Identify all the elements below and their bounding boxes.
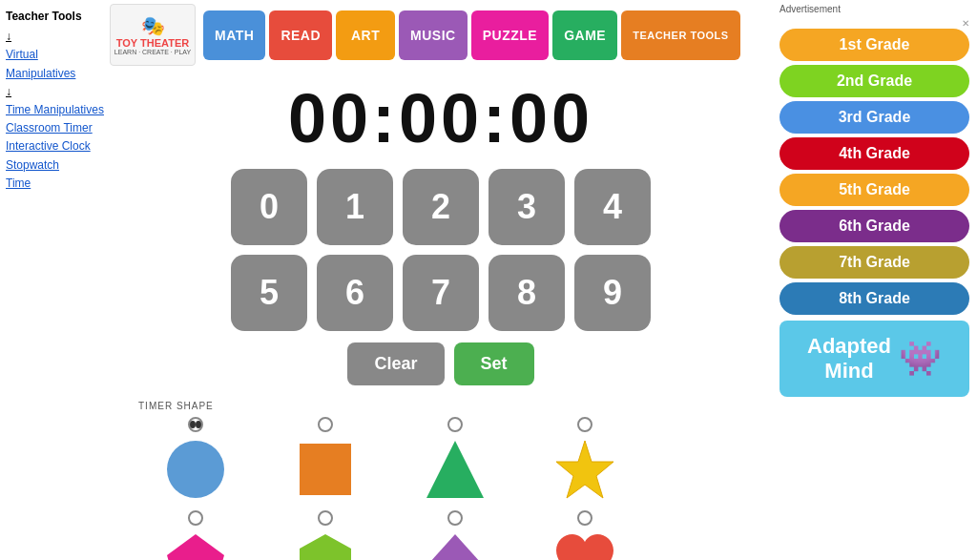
svg-rect-1: [300, 444, 351, 495]
num-button-6[interactable]: 6: [317, 255, 393, 331]
grade-4-button[interactable]: 4th Grade: [780, 137, 969, 170]
clear-button[interactable]: Clear: [347, 342, 444, 385]
logo-title: TOY THEATER: [116, 37, 189, 49]
nav-art-button[interactable]: ART: [336, 10, 395, 60]
top-nav: 🎭 TOY THEATER LEARN · CREATE · PLAY MATH…: [110, 4, 772, 72]
num-button-3[interactable]: 3: [488, 169, 565, 245]
num-button-0[interactable]: 0: [231, 169, 307, 245]
num-button-8[interactable]: 8: [488, 255, 565, 331]
shape-item-heart: [528, 510, 642, 560]
heart-shape: [551, 529, 618, 560]
hexagon-shape: [292, 529, 359, 560]
circle-shape: [162, 436, 229, 503]
shape-radio-star[interactable]: [577, 417, 592, 432]
timer-display: 00:00:00: [288, 79, 593, 157]
sidebar: Teacher Tools ↓ Virtual Manipulatives ↓ …: [0, 0, 110, 560]
ad-label: Advertisement: [780, 4, 969, 14]
sidebar-title: Teacher Tools: [6, 8, 104, 26]
shape-item-hexagon: [268, 510, 383, 560]
adapted-mind-ad[interactable]: Adapted Mind 👾: [780, 321, 969, 397]
sidebar-item-virtual-manipulatives[interactable]: Virtual Manipulatives: [6, 46, 104, 82]
grade-2-button[interactable]: 2nd Grade: [780, 65, 969, 97]
num-button-4[interactable]: 4: [574, 169, 651, 245]
svg-marker-3: [556, 441, 613, 498]
control-buttons: Clear Set: [347, 342, 533, 385]
shape-item-triangle: [398, 417, 512, 503]
diamond-shape: [422, 529, 488, 560]
nav-math-button[interactable]: MATH: [203, 10, 265, 60]
grade-5-button[interactable]: 5th Grade: [780, 174, 969, 206]
main-content: 🎭 TOY THEATER LEARN · CREATE · PLAY MATH…: [110, 0, 772, 560]
shape-radio-triangle[interactable]: [447, 417, 463, 432]
monster-icon: 👾: [899, 339, 942, 379]
sidebar-arrow-2: ↓: [6, 83, 104, 101]
shape-grid: [138, 417, 772, 560]
set-button[interactable]: Set: [454, 342, 534, 385]
num-button-9[interactable]: 9: [574, 255, 651, 331]
triangle-shape: [422, 436, 488, 503]
numpad: 0 1 2 3 4 5 6 7 8 9: [231, 169, 651, 331]
num-button-1[interactable]: 1: [317, 169, 393, 245]
shape-section: TIMER SHAPE: [110, 401, 772, 560]
adapted-mind-text: Adapted Mind: [807, 334, 891, 384]
nav-puzzle-button[interactable]: PUZZLE: [471, 10, 549, 60]
svg-marker-2: [426, 441, 484, 498]
grade-3-button[interactable]: 3rd Grade: [780, 101, 969, 134]
star-shape: [551, 436, 618, 503]
shape-radio-square[interactable]: [318, 417, 333, 432]
shape-item-diamond: [398, 510, 512, 560]
sidebar-item-stopwatch[interactable]: Stopwatch: [6, 156, 104, 175]
sidebar-item-time-manipulatives[interactable]: Time Manipulatives: [6, 101, 104, 119]
sidebar-item-interactive-clock[interactable]: Interactive Clock: [6, 137, 104, 156]
shape-section-label: TIMER SHAPE: [138, 401, 772, 411]
num-button-2[interactable]: 2: [403, 169, 479, 245]
ad-close[interactable]: ✕: [780, 18, 969, 29]
grade-1-button[interactable]: 1st Grade: [780, 29, 969, 61]
shape-item-circle: [138, 417, 253, 503]
nav-music-button[interactable]: MUSIC: [399, 10, 468, 60]
shape-item-pentagon: [138, 510, 253, 560]
shape-item-star: [528, 417, 642, 503]
num-button-5[interactable]: 5: [231, 255, 307, 331]
svg-marker-5: [300, 534, 351, 560]
grade-7-button[interactable]: 7th Grade: [780, 246, 969, 279]
num-button-7[interactable]: 7: [403, 255, 479, 331]
sidebar-arrow-1: ↓: [6, 28, 104, 46]
sidebar-item-classroom-timer[interactable]: Classroom Timer: [6, 119, 104, 137]
shape-item-square: [268, 417, 383, 503]
nav-read-button[interactable]: READ: [269, 10, 332, 60]
shape-radio-circle[interactable]: [188, 417, 203, 432]
grade-8-button[interactable]: 8th Grade: [780, 282, 969, 315]
ad-panel: Advertisement ✕ 1st Grade 2nd Grade 3rd …: [772, 0, 977, 560]
sidebar-item-time[interactable]: Time: [6, 175, 104, 193]
shape-radio-diamond[interactable]: [447, 510, 463, 526]
pentagon-shape: [162, 529, 229, 560]
nav-teacher-tools-button[interactable]: TEACHER TOOLS: [621, 10, 739, 60]
logo-subtitle: LEARN · CREATE · PLAY: [114, 49, 191, 55]
grade-6-button[interactable]: 6th Grade: [780, 210, 969, 242]
shape-radio-heart[interactable]: [577, 510, 592, 526]
shape-radio-hexagon[interactable]: [318, 510, 333, 526]
shape-radio-pentagon[interactable]: [188, 510, 203, 526]
nav-game-button[interactable]: GAME: [552, 10, 617, 60]
svg-point-0: [167, 441, 224, 498]
square-shape: [292, 436, 359, 503]
toy-theater-logo: 🎭 TOY THEATER LEARN · CREATE · PLAY: [110, 4, 196, 66]
svg-marker-6: [429, 534, 481, 560]
logo-area: 🎭 TOY THEATER LEARN · CREATE · PLAY: [110, 4, 196, 66]
svg-marker-4: [167, 534, 224, 560]
